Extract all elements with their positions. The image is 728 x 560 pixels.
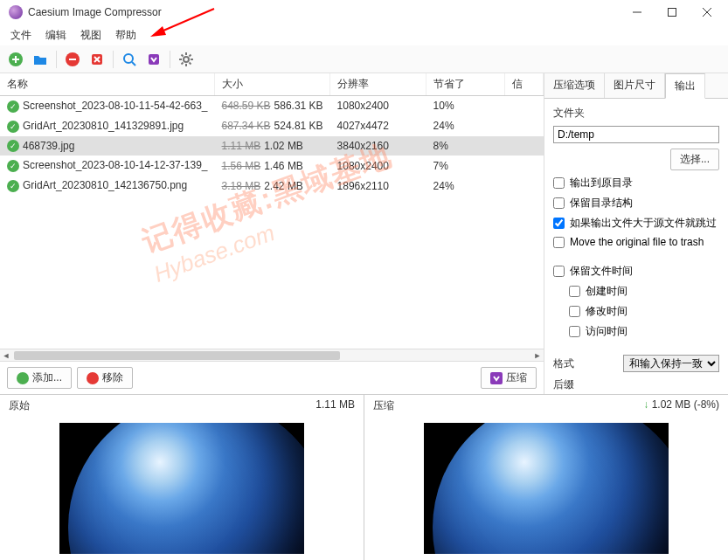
svg-line-22 — [182, 54, 184, 56]
folder-input[interactable] — [553, 126, 719, 143]
status-ok-icon — [7, 100, 19, 113]
menu-help[interactable]: 帮助 — [108, 26, 143, 45]
chk-modify-time[interactable]: 修改时间 — [569, 304, 719, 319]
tab-output[interactable]: 输出 — [665, 73, 705, 99]
col-name[interactable]: 名称 — [0, 73, 214, 96]
action-bar: 添加... 移除 压缩 — [0, 361, 544, 394]
col-saved[interactable]: 节省了 — [426, 73, 505, 96]
toolbar — [0, 45, 728, 73]
col-info[interactable]: 信 — [505, 73, 544, 96]
menu-file[interactable]: 文件 — [3, 26, 38, 45]
chk-move-to-trash[interactable]: Move the original file to trash — [553, 236, 719, 248]
preview-strip: 原始 1.11 MB 压缩 ↓ 1.02 MB (-8%) — [0, 394, 728, 560]
svg-line-15 — [132, 62, 135, 66]
preview-original-image — [59, 423, 304, 554]
svg-marker-5 — [150, 26, 166, 37]
app-icon — [9, 5, 23, 19]
tab-compress-options[interactable]: 压缩选项 — [544, 73, 605, 98]
chk-skip-if-larger[interactable]: 如果输出文件大于源文件就跳过 — [553, 216, 719, 231]
browse-button[interactable]: 选择... — [670, 149, 719, 170]
chk-keep-file-time[interactable]: 保留文件时间 — [553, 264, 719, 279]
compress-button[interactable]: 压缩 — [481, 367, 537, 389]
minimize-button[interactable] — [620, 0, 655, 24]
svg-rect-16 — [149, 54, 159, 65]
annotation-arrow — [149, 7, 218, 38]
table-row[interactable]: Screenshot_2023-08-10-14-12-37-139_1.56 … — [0, 156, 544, 176]
add-file-icon[interactable] — [5, 49, 26, 70]
search-icon[interactable] — [119, 49, 140, 70]
format-label: 格式 — [553, 356, 574, 371]
chk-keep-structure[interactable]: 保留目录结构 — [553, 196, 719, 211]
table-row[interactable]: GridArt_20230810_141329891.jpg687.34 KB5… — [0, 116, 544, 136]
svg-line-25 — [190, 54, 191, 56]
status-ok-icon — [7, 160, 19, 172]
compress-icon[interactable] — [143, 49, 164, 70]
svg-rect-1 — [669, 9, 676, 17]
preview-compressed-size: ↓ 1.02 MB (-8%) — [643, 398, 719, 413]
tab-image-size[interactable]: 图片尺寸 — [605, 73, 665, 98]
chk-creation-time[interactable]: 创建时间 — [569, 284, 719, 299]
table-row[interactable]: GridArt_20230810_142136750.png3.18 MB2.4… — [0, 176, 544, 196]
table-row[interactable]: 468739.jpg1.11 MB1.02 MB3840x21608% — [0, 136, 544, 156]
chk-output-same-dir[interactable]: 输出到原目录 — [553, 176, 719, 190]
menu-bar: 文件 编辑 视图 帮助 — [0, 24, 728, 45]
status-ok-icon — [7, 121, 19, 133]
preview-compressed: 压缩 ↓ 1.02 MB (-8%) — [364, 395, 728, 560]
preview-original: 原始 1.11 MB — [0, 395, 364, 560]
suffix-label: 后缀 — [553, 377, 574, 392]
close-button[interactable] — [690, 0, 725, 24]
svg-line-24 — [182, 62, 184, 64]
folder-label: 文件夹 — [553, 106, 719, 121]
col-resolution[interactable]: 分辨率 — [330, 73, 426, 96]
status-ok-icon — [7, 180, 19, 192]
table-row[interactable]: Screenshot_2023-08-10-11-54-42-663_648.5… — [0, 96, 544, 116]
svg-point-17 — [184, 57, 189, 62]
svg-line-23 — [190, 62, 191, 64]
side-panel: 压缩选项 图片尺寸 输出 文件夹 选择... 输出到原目录 保留目录结构 如果输… — [544, 73, 728, 394]
preview-compressed-image — [424, 423, 669, 554]
format-select[interactable]: 和输入保持一致 — [623, 355, 719, 372]
menu-view[interactable]: 视图 — [73, 26, 108, 45]
svg-line-4 — [157, 9, 214, 33]
horizontal-scrollbar[interactable]: ◄► — [0, 349, 544, 361]
title-bar: Caesium Image Compressor — [0, 0, 728, 24]
preview-original-label: 原始 — [9, 398, 30, 413]
window-title: Caesium Image Compressor — [28, 6, 620, 18]
maximize-button[interactable] — [655, 0, 690, 24]
preview-original-size: 1.11 MB — [315, 398, 355, 413]
settings-icon[interactable] — [176, 49, 197, 70]
preview-compressed-label: 压缩 — [373, 398, 394, 413]
clear-icon[interactable] — [87, 49, 107, 70]
add-folder-icon[interactable] — [30, 49, 51, 70]
svg-rect-26 — [490, 372, 503, 384]
svg-point-14 — [124, 54, 133, 63]
menu-edit[interactable]: 编辑 — [38, 26, 73, 45]
status-ok-icon — [7, 140, 19, 152]
file-table[interactable]: 名称 大小 分辨率 节省了 信 Screenshot_2023-08-10-11… — [0, 73, 544, 349]
remove-icon[interactable] — [62, 49, 83, 70]
remove-button[interactable]: 移除 — [77, 367, 133, 389]
chk-access-time[interactable]: 访问时间 — [569, 324, 719, 339]
col-size[interactable]: 大小 — [214, 73, 329, 96]
add-button[interactable]: 添加... — [7, 367, 72, 389]
